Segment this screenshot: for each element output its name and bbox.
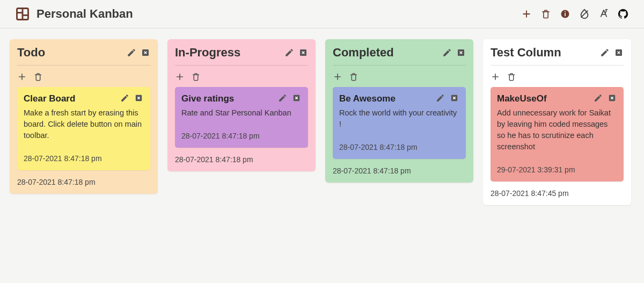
card-title: Clear Board <box>24 93 75 104</box>
info-button[interactable] <box>559 8 571 20</box>
column-timestamp: 28-07-2021 8:47:18 pm <box>17 176 150 186</box>
delete-card-button[interactable] <box>450 93 459 103</box>
card-timestamp: 28-07-2021 8:47:18 pm <box>24 154 144 163</box>
column-timestamp: 28-07-2021 8:47:18 pm <box>175 153 308 164</box>
column: In-Progress Give ratings Rate and Star P… <box>167 39 316 171</box>
card-title: MakeUseOf <box>497 93 547 104</box>
edit-column-button[interactable] <box>442 48 452 57</box>
add-column-button[interactable] <box>521 8 532 20</box>
edit-card-button[interactable] <box>594 93 603 103</box>
card[interactable]: Clear Board Make a fresh start by erasin… <box>17 87 150 170</box>
column-card-actions <box>17 66 150 87</box>
delete-card-button[interactable] <box>608 93 617 103</box>
column-actions <box>127 48 150 57</box>
card-title: Give ratings <box>181 93 234 104</box>
edit-column-button[interactable] <box>284 48 294 57</box>
card-description: Add unnecessary work for Saikat by leavi… <box>497 107 617 153</box>
card-timestamp: 28-07-2021 8:47:18 pm <box>181 132 302 140</box>
delete-card-button[interactable] <box>292 93 302 103</box>
delete-all-cards-button[interactable] <box>349 72 358 82</box>
column-timestamp: 28-07-2021 8:47:18 pm <box>333 164 466 175</box>
app-title: Personal Kanban <box>36 7 133 21</box>
card[interactable]: MakeUseOf Add unnecessary work for Saika… <box>491 87 624 182</box>
edit-card-button[interactable] <box>278 93 288 103</box>
column-title: Test Column <box>491 46 561 60</box>
column-actions <box>600 48 624 57</box>
main-toolbar <box>521 8 629 20</box>
add-card-button[interactable] <box>175 72 185 82</box>
card-actions <box>278 93 302 103</box>
language-button[interactable] <box>598 8 610 20</box>
column-header: Completed <box>333 46 466 66</box>
card-header: MakeUseOf <box>497 93 617 104</box>
column: Todo Clear Board Make a fresh start by e… <box>10 39 158 194</box>
card-header: Clear Board <box>24 93 144 104</box>
app-header: Personal Kanban <box>0 0 644 28</box>
theme-toggle-button[interactable] <box>579 8 590 20</box>
edit-column-button[interactable] <box>127 48 136 57</box>
delete-all-cards-button[interactable] <box>33 72 43 82</box>
column-card-actions <box>491 66 624 87</box>
edit-card-button[interactable] <box>120 93 130 103</box>
column-title: Completed <box>333 46 394 60</box>
card-description: Rate and Star Personal Kanban <box>181 107 302 119</box>
kanban-board: Todo Clear Board Make a fresh start by e… <box>0 28 644 216</box>
card[interactable]: Be Awesome Rock the world with your crea… <box>333 87 466 159</box>
column: Completed Be Awesome Rock the world with… <box>325 39 473 183</box>
card-actions <box>594 93 617 103</box>
add-card-button[interactable] <box>491 72 500 82</box>
delete-all-cards-button[interactable] <box>191 72 201 82</box>
column-card-actions <box>333 66 466 87</box>
column-header: In-Progress <box>175 46 308 66</box>
column-header: Todo <box>17 46 150 66</box>
board-icon <box>15 6 30 21</box>
card-description: Make a fresh start by erasing this board… <box>24 107 144 141</box>
column-actions <box>284 48 308 57</box>
card-title: Be Awesome <box>339 93 396 104</box>
column-title: In-Progress <box>175 46 240 60</box>
add-card-button[interactable] <box>17 72 27 82</box>
delete-column-button[interactable] <box>456 48 466 57</box>
brand: Personal Kanban <box>15 6 133 21</box>
column-title: Todo <box>17 46 45 60</box>
column-card-actions <box>175 66 308 87</box>
delete-card-button[interactable] <box>134 93 144 103</box>
column: Test Column MakeUseOf Add unnecessary wo… <box>483 39 631 205</box>
column-header: Test Column <box>491 46 624 66</box>
edit-card-button[interactable] <box>436 93 445 103</box>
card-timestamp: 29-07-2021 3:39:31 pm <box>497 165 617 174</box>
card-header: Be Awesome <box>339 93 459 104</box>
card-actions <box>120 93 144 103</box>
clear-board-button[interactable] <box>540 8 552 20</box>
column-actions <box>442 48 466 57</box>
card-header: Give ratings <box>181 93 302 104</box>
delete-all-cards-button[interactable] <box>507 72 516 82</box>
delete-column-button[interactable] <box>298 48 308 57</box>
edit-column-button[interactable] <box>600 48 610 57</box>
card-description: Rock the world with your creativity ! <box>339 107 459 130</box>
card[interactable]: Give ratings Rate and Star Personal Kanb… <box>175 87 308 148</box>
card-timestamp: 28-07-2021 8:47:18 pm <box>339 143 459 151</box>
delete-column-button[interactable] <box>141 48 150 57</box>
add-card-button[interactable] <box>333 72 342 82</box>
github-link[interactable] <box>617 8 629 20</box>
column-timestamp: 28-07-2021 8:47:45 pm <box>491 187 624 198</box>
card-actions <box>436 93 459 103</box>
delete-column-button[interactable] <box>614 48 624 57</box>
